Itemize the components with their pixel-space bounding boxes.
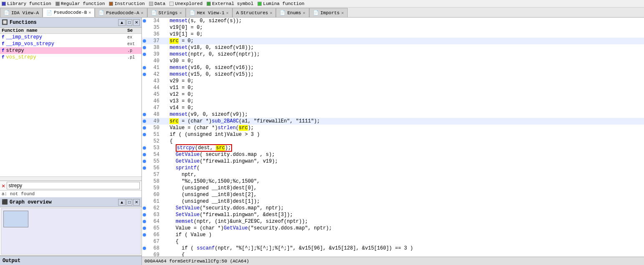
code-line[interactable]: 46 v13 = 0; [142,98,644,104]
code-line[interactable]: 67 { [142,238,644,245]
status-text: 000A4A64 formSetFirewallCfg:50 (ACA64) [144,259,249,264]
line-breakpoint-dot[interactable] [142,213,147,217]
tab-str-close[interactable]: ✕ [179,10,182,15]
line-breakpoint-dot[interactable] [142,153,147,156]
code-line[interactable]: 54 GetValue( security.ddos.map , s); [142,151,644,158]
line-breakpoint-dot[interactable] [142,66,147,69]
code-line[interactable]: 41 memset(v16, 0, sizeof(v16)); [142,64,644,71]
tab-psa-close[interactable]: ✕ [141,10,143,15]
line-breakpoint-dot[interactable] [142,206,147,210]
code-line[interactable]: 69 { [142,252,644,257]
tab-ida-view-a[interactable]: 📄 IDA View-A [0,8,43,17]
line-content: memset(v18, 0, sizeof(v18)); [162,45,644,51]
code-line[interactable]: 56 sprintf( [142,165,644,171]
code-line[interactable]: 53 strcpy(dest, src); [142,145,644,151]
line-breakpoint-dot[interactable] [142,19,147,23]
graph-close-btn[interactable]: ✕ [133,199,140,206]
function-list[interactable]: f__imp_strepyexf__imp_vos_strepyextfstre… [0,34,141,176]
code-line[interactable]: 38 memset(v18, 0, sizeof(v18)); [142,44,644,51]
code-area[interactable]: 34 memset(s, 0, sizeof(s));35 v19[0] = 0… [142,18,644,257]
code-line[interactable]: 43 v29 = 0; [142,78,644,84]
tab-pseudocode-b[interactable]: 📄 Pseudocode-B ✕ [43,8,95,17]
code-line[interactable]: 37 src = 0; [142,38,644,44]
function-list-item[interactable]: f__imp_vos_strepyext [0,41,141,47]
code-line[interactable]: 65 Value = (char *)GetValue("security.dd… [142,225,644,232]
code-line[interactable]: 52 { [142,138,644,145]
line-breakpoint-dot[interactable] [142,133,147,136]
code-line[interactable]: 48 memset(v9, 0, sizeof(v9)); [142,111,644,118]
line-breakpoint-dot[interactable] [142,247,147,250]
code-line[interactable]: 36 v19[1] = 0; [142,31,644,38]
line-content: v11 = 0; [162,85,644,91]
line-content: v12 = 0; [162,92,644,97]
panel-close-btn[interactable]: ✕ [133,19,140,26]
tab-imp-close[interactable]: ✕ [341,10,344,15]
line-breakpoint-dot[interactable] [142,46,147,49]
code-line[interactable]: 58 "%c,1500;%c,1500;%c,1500", [142,178,644,185]
tab-pseudocode-a[interactable]: 📄 Pseudocode-A ✕ [95,8,147,17]
panel-minimize-btn[interactable]: ▲ [118,19,126,26]
code-line[interactable]: 44 v11 = 0; [142,84,644,91]
graph-float-btn[interactable]: □ [126,199,132,206]
code-line[interactable]: 50 Value = (char *)strlen(src); [142,125,644,131]
line-breakpoint-dot[interactable] [142,146,147,150]
output-bar[interactable]: Output [0,256,141,265]
code-line[interactable]: 49 src = (char *)sub_2BA8C(a1, "firewall… [142,118,644,125]
code-line[interactable]: 59 (unsigned __int8)dest[0], [142,185,644,191]
graph-content[interactable] [1,208,141,255]
line-breakpoint-dot[interactable] [142,160,147,163]
line-breakpoint-dot[interactable] [142,227,147,230]
line-breakpoint-dot[interactable] [142,53,147,56]
function-list-item[interactable]: fstrepy.p [0,47,141,54]
function-table-header: Function name Se [0,28,141,34]
code-line[interactable]: 63 SetValue("firewall.pingwan", &dest[3]… [142,211,644,218]
line-breakpoint-dot[interactable] [142,73,147,76]
tab-strings[interactable]: 📄 Strings ✕ [147,8,186,17]
tab-enum-close[interactable]: ✕ [303,10,305,15]
tab-hex-close[interactable]: ✕ [226,10,229,15]
code-line[interactable]: 35 v19[0] = 0; [142,24,644,31]
tab-enums[interactable]: 📄 Enums ✕ [276,8,309,17]
line-breakpoint-dot[interactable] [142,39,147,43]
code-line[interactable]: 66 if ( Value ) [142,232,644,238]
function-list-item[interactable]: f__imp_strepyex [0,34,141,41]
search-input[interactable] [7,182,140,189]
code-line[interactable]: 47 v14 = 0; [142,104,644,111]
tab-structures[interactable]: A Structures ✕ [232,8,276,17]
code-line[interactable]: 60 (unsigned __int8)dest[2], [142,191,644,198]
line-breakpoint-dot[interactable] [142,220,147,223]
tab-psb-close[interactable]: ✕ [88,10,91,15]
search-clear-icon[interactable]: ✕ [2,182,5,189]
tab-hex-icon: 📄 [189,10,195,15]
function-horiz-scrollbar[interactable] [0,176,141,181]
line-content: strcpy(dest, src); [162,145,644,151]
code-line[interactable]: 68 if ( sscanf(nptr, "%[^;];%[^;];%[^;]"… [142,245,644,252]
tab-imports[interactable]: 📄 Imports ✕ [309,8,348,17]
tab-hex-view-1[interactable]: 📄 Hex View-1 ✕ [186,8,232,17]
panel-float-btn[interactable]: □ [126,19,132,26]
line-breakpoint-dot[interactable] [142,113,147,116]
line-breakpoint-dot[interactable] [142,166,147,170]
graph-minimize-btn[interactable]: ▲ [118,199,126,206]
line-breakpoint-dot[interactable] [142,120,147,123]
code-line[interactable]: 45 v12 = 0; [142,91,644,98]
line-content: (unsigned __int8)dest[2], [162,192,644,198]
code-line[interactable]: 51 if ( (unsigned int)Value > 3 ) [142,131,644,138]
code-line[interactable]: 57 nptr, [142,171,644,178]
code-line[interactable]: 34 memset(s, 0, sizeof(s)); [142,18,644,24]
code-line[interactable]: 62 SetValue("security.ddos.map", nptr); [142,205,644,211]
code-line[interactable]: 61 (unsigned __int8)dest[1]); [142,198,644,205]
code-line[interactable]: 55 GetValue("firewall.pingwan", v19); [142,158,644,165]
code-line[interactable]: 42 memset(v15, 0, sizeof(v15)); [142,71,644,78]
code-line[interactable]: 64 memset(nptr, (int)&unk_F2E9C, sizeof(… [142,218,644,225]
function-list-item[interactable]: fvos_strepy.pl [0,54,141,61]
tab-struct-close[interactable]: ✕ [270,10,272,15]
code-line[interactable]: 39 memset(nptr, 0, sizeof(nptr)); [142,51,644,58]
line-breakpoint-dot[interactable] [142,233,147,237]
code-line[interactable]: 40 v30 = 0; [142,58,644,64]
line-content: if ( (unsigned int)Value > 3 ) [162,132,644,138]
line-breakpoint-dot[interactable] [142,126,147,130]
legend-bar: Library function Regular function Instru… [0,0,644,8]
panel-controls: ▲ □ ✕ [118,19,140,26]
line-number: 49 [147,118,162,124]
